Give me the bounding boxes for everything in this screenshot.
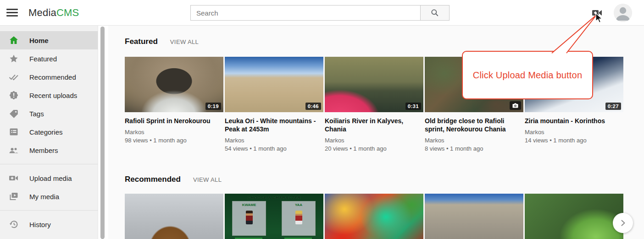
home-icon <box>8 35 19 46</box>
media-card[interactable]: 0:31 Koiliaris River in Kalyves, Chania … <box>325 57 423 153</box>
new-releases-icon <box>8 90 19 101</box>
thumb-game-heading: CHOOSE A CHARACTER <box>225 196 323 200</box>
media-title[interactable]: Leuka Ori - White mountains - Peak at 24… <box>225 117 323 133</box>
sidebar-item-label: My media <box>29 193 59 201</box>
thumb-game-char-name: KWAME <box>233 203 266 207</box>
media-meta: 8 views • 1 month ago <box>425 145 523 153</box>
sidebar: Home Featured Recommended Recent uploads… <box>0 26 98 239</box>
menu-icon[interactable] <box>6 9 18 17</box>
sidebar-item-categories[interactable]: Categories <box>0 123 98 141</box>
sidebar-item-label: History <box>29 221 51 228</box>
featured-section-header: Featured VIEW ALL <box>125 37 199 46</box>
media-title[interactable]: Ziria mountain - Korinthos <box>525 117 623 125</box>
media-card[interactable] <box>525 194 623 239</box>
media-card[interactable] <box>125 194 223 239</box>
thumb-game-character <box>295 211 302 224</box>
sidebar-item-label: Recent uploads <box>29 92 77 99</box>
media-card[interactable] <box>325 194 423 239</box>
thumb-game-panel: KWAME <box>232 201 266 236</box>
recommended-section-header: Recommended VIEW ALL <box>125 175 222 184</box>
app-logo[interactable]: MediaCMS <box>28 0 79 26</box>
sidebar-item-history[interactable]: History <box>0 215 98 234</box>
sidebar-item-label: Members <box>29 147 58 154</box>
media-author[interactable]: Markos <box>225 136 323 145</box>
tag-icon <box>8 108 19 119</box>
categories-icon <box>8 126 19 137</box>
media-meta: 98 views • 1 month ago <box>125 136 223 145</box>
media-meta: 54 views • 1 month ago <box>225 145 323 153</box>
sidebar-item-label: Home <box>29 37 49 44</box>
featured-title: Featured <box>125 37 158 46</box>
recommended-row: CHOOSE A CHARACTER KWAME YAA Selected Se… <box>125 194 623 239</box>
chevron-right-icon <box>617 217 628 228</box>
media-author[interactable]: Markos <box>125 128 223 136</box>
carousel-next-button[interactable] <box>613 213 633 233</box>
video-thumbnail[interactable] <box>425 194 523 239</box>
logo-cms: CMS <box>56 7 79 18</box>
members-icon <box>8 145 19 156</box>
thumb-game-panel: YAA <box>282 201 316 236</box>
media-card[interactable]: 0:19 Rafioli Sprint in Nerokourou Markos… <box>125 57 223 153</box>
search-button[interactable] <box>421 5 450 21</box>
sidebar-item-recent-uploads[interactable]: Recent uploads <box>0 86 98 104</box>
sidebar-item-label: Recommended <box>29 73 76 81</box>
sidebar-item-recommended[interactable]: Recommended <box>0 68 98 86</box>
logo-media: Media <box>28 7 56 18</box>
video-thumbnail[interactable] <box>125 194 223 239</box>
video-thumbnail[interactable]: 0:46 <box>225 57 323 112</box>
media-card[interactable]: CHOOSE A CHARACTER KWAME YAA Selected Se… <box>225 194 323 239</box>
media-author[interactable]: Markos <box>425 136 523 145</box>
duration-badge: 0:46 <box>305 103 321 110</box>
annotation-arrow <box>548 11 601 54</box>
sidebar-item-label: Categories <box>29 128 63 136</box>
sidebar-item-upload-media[interactable]: Upload media <box>0 169 98 187</box>
top-bar: MediaCMS <box>0 0 644 26</box>
video-thumbnail[interactable]: CHOOSE A CHARACTER KWAME YAA Selected Se… <box>225 194 323 239</box>
search-icon <box>430 8 439 17</box>
media-title[interactable]: Old bridge close to Rafioli sprint, Nero… <box>425 117 523 133</box>
sidebar-item-my-media[interactable]: My media <box>0 187 98 206</box>
annotation-callout: Click Upload Media button <box>462 51 593 99</box>
camera-icon <box>510 101 521 110</box>
sidebar-item-label: Upload media <box>29 174 72 182</box>
video-thumbnail[interactable]: 0:31 <box>325 57 423 112</box>
sidebar-item-label: Featured <box>29 55 57 63</box>
duration-badge: 0:31 <box>405 103 421 110</box>
duration-badge: 0:27 <box>605 103 621 110</box>
sidebar-item-home[interactable]: Home <box>0 31 98 49</box>
video-thumbnail[interactable] <box>525 194 623 239</box>
user-icon <box>614 16 632 22</box>
recommended-view-all-link[interactable]: VIEW ALL <box>193 176 222 183</box>
media-title[interactable]: Koiliaris River in Kalyves, Chania <box>325 117 423 133</box>
media-author[interactable]: Markos <box>525 128 623 136</box>
avatar[interactable] <box>614 4 632 22</box>
video-thumbnail[interactable]: 0:19 <box>125 57 223 112</box>
history-icon <box>8 219 19 230</box>
search-bar <box>190 5 450 21</box>
done-all-icon <box>8 71 19 82</box>
sidebar-scrollbar[interactable] <box>100 27 105 239</box>
featured-view-all-link[interactable]: VIEW ALL <box>170 38 199 45</box>
thumb-game-char-name: YAA <box>282 203 315 207</box>
recommended-title: Recommended <box>125 175 181 184</box>
media-meta: 20 views • 1 month ago <box>325 145 423 153</box>
video-library-icon <box>8 191 19 202</box>
video-thumbnail[interactable] <box>325 194 423 239</box>
sidebar-divider <box>0 210 98 211</box>
cursor-icon <box>595 13 604 26</box>
star-icon <box>8 53 19 64</box>
sidebar-item-featured[interactable]: Featured <box>0 49 98 68</box>
sidebar-item-tags[interactable]: Tags <box>0 104 98 123</box>
media-card[interactable]: 0:46 Leuka Ori - White mountains - Peak … <box>225 57 323 153</box>
sidebar-item-label: Tags <box>29 110 44 118</box>
media-author[interactable]: Markos <box>325 136 423 145</box>
media-title[interactable]: Rafioli Sprint in Nerokourou <box>125 117 223 125</box>
sidebar-item-members[interactable]: Members <box>0 141 98 159</box>
media-meta: 14 views • 1 month ago <box>525 136 623 145</box>
search-input[interactable] <box>190 5 421 21</box>
thumb-game-character <box>246 211 253 224</box>
duration-badge: 0:19 <box>205 103 221 110</box>
sidebar-divider <box>0 164 98 164</box>
annotation-text: Click Upload Media button <box>473 70 582 81</box>
media-card[interactable] <box>425 194 523 239</box>
